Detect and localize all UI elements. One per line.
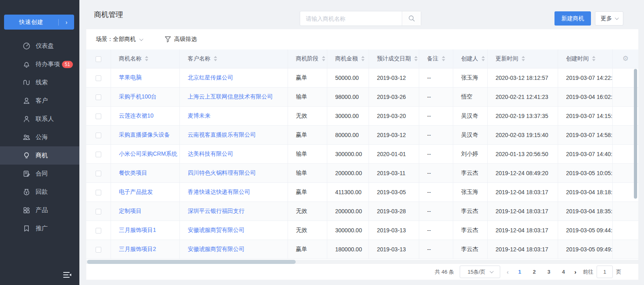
cell-note: -- [419,240,453,259]
sidebar-item-dashboard[interactable]: 仪表盘 [0,37,79,55]
sidebar-item-customers[interactable]: 客户 [0,92,79,110]
sidebar-item-label: 仪表盘 [36,42,54,50]
cell-amount: 300000.00 [327,144,369,163]
column-header-stage[interactable]: 商机阶段 [288,49,327,68]
top-actions: 新建商机 更多 [554,11,623,26]
opportunity-link[interactable]: 采购直播摄像头设备 [119,131,170,138]
row-checkbox[interactable] [96,133,101,138]
column-header-creator[interactable]: 创建人 [453,49,487,68]
column-header-amount[interactable]: 商机金额 [327,49,369,68]
app-window: 快速创建 › 仪表盘 待办事项 51 线索 [0,0,644,285]
customer-link[interactable]: 香港快速达快递有限公司 [188,189,250,195]
customer-link[interactable]: 安徽琥服商贸有限公司 [188,227,245,233]
sidebar-item-contracts[interactable]: 合同 [0,165,79,183]
page-number-2[interactable]: 2 [530,269,539,275]
opportunity-link[interactable]: 电子产品批发 [119,189,153,195]
row-checkbox[interactable] [96,190,101,195]
customer-link[interactable]: 北京红星传媒公司 [188,74,233,81]
customer-link[interactable]: 上海云上互联网信息技术有限公司 [188,93,273,100]
column-header-name[interactable]: 商机名称 [111,49,179,68]
opportunity-link[interactable]: 云莲连衣裙10 [119,112,154,119]
create-opportunity-button[interactable]: 新建商机 [554,11,591,26]
customer-link[interactable]: 云南视客直播娱乐有限公司 [188,131,256,138]
opportunity-link[interactable]: 餐饮类项目 [119,169,147,176]
cell-stage: 输单 [288,163,327,182]
gear-icon[interactable]: ⚙ [623,55,629,62]
opportunity-link[interactable]: 采购手机100台 [119,93,157,100]
opportunity-link[interactable]: 三月服饰项目2 [119,246,156,252]
sidebar-item-products[interactable]: 产品 [0,201,79,219]
select-all-checkbox[interactable] [96,56,101,62]
cell-created: 2019-03-04 18:35:07 [558,201,612,221]
next-page-icon[interactable]: › [574,268,577,275]
chevron-right-icon[interactable]: › [59,19,74,26]
cell-note: -- [419,182,453,201]
goto-page-input[interactable] [597,266,613,278]
row-checkbox[interactable] [96,247,101,253]
advanced-filter-button[interactable]: 高级筛选 [165,36,197,43]
more-button[interactable]: 更多 [595,11,623,26]
opportunity-link[interactable]: 苹果电脑 [119,74,142,81]
sort-icon[interactable] [214,56,217,61]
cell-creator: 吴汉奇 [453,106,487,125]
column-header-created[interactable]: 创建时间 [558,49,612,68]
cell-customer-name: 上海云上互联网信息技术有限公司 [179,87,288,106]
row-checkbox[interactable] [96,228,101,234]
customer-link[interactable]: 四川特色火锅料理有限公司 [188,169,256,176]
cell-opportunity-name: 小米公司采购CRM系统 [111,144,179,163]
row-checkbox[interactable] [96,209,101,214]
cell-customer-name: 麦博未来 [179,106,288,125]
sidebar-item-pool[interactable]: 公海 [0,128,79,146]
sort-icon[interactable] [482,56,485,61]
sidebar-item-promotion[interactable]: 推广 [0,219,79,238]
horizontal-scrollbar-thumb[interactable] [87,260,296,264]
table-row: 采购直播摄像头设备 云南视客直播娱乐有限公司 赢单 80000.00 2019-… [86,125,638,144]
row-checkbox[interactable] [96,75,101,81]
vertical-scrollbar[interactable] [634,69,637,199]
cell-updated: 2019-12-04 18:03:17 [487,182,558,201]
sidebar-item-todo[interactable]: 待办事项 51 [0,55,79,73]
sidebar-item-leads[interactable]: 线索 [0,73,79,92]
row-checkbox[interactable] [96,114,101,119]
sort-icon[interactable] [592,56,595,61]
sort-icon[interactable] [442,56,445,61]
column-header-updated[interactable]: 更新时间 [487,49,558,68]
search-input[interactable] [300,11,402,26]
cell-stage: 无效 [288,201,327,221]
customer-link[interactable]: 安徽琥服商贸有限公司 [188,246,245,252]
opportunity-link[interactable]: 三月服饰项目1 [119,227,156,233]
column-header-customer[interactable]: 客户名称 [179,49,288,68]
sidebar-collapse-icon[interactable] [63,271,72,279]
page-number-3[interactable]: 3 [544,269,553,275]
sort-icon[interactable] [414,56,418,61]
quick-create-button[interactable]: 快速创建 › [4,15,74,30]
cell-opportunity-name: 三月服饰项目1 [111,221,179,240]
row-checkbox[interactable] [96,94,101,100]
scene-select[interactable]: 场景：全部商机 [96,36,142,43]
opportunity-link[interactable]: 小米公司采购CRM系统 [119,150,177,157]
customer-link[interactable]: 麦博未来 [188,112,211,119]
cell-creator: 张玉海 [453,182,487,201]
sidebar-item-opportunities[interactable]: 商机 [0,146,79,165]
sort-icon[interactable] [322,56,325,61]
sidebar-item-payments[interactable]: 回款 [0,183,79,201]
column-header-note[interactable]: 备注 [419,49,453,68]
column-header-expected-date[interactable]: 预计成交日期 [369,49,419,68]
cell-note: -- [419,221,453,240]
row-select-cell [86,201,111,221]
sidebar-item-contacts[interactable]: 联系人 [0,110,79,128]
opportunity-link[interactable]: 定制项目 [119,208,142,214]
row-checkbox[interactable] [96,152,101,157]
customer-link[interactable]: 深圳平云银行福田支行 [188,208,245,214]
page-number-1[interactable]: 1 [515,269,524,275]
page-size-select[interactable]: 15条/页 [460,266,500,278]
search-button[interactable] [402,11,421,26]
page-number-4[interactable]: 4 [559,269,568,275]
cell-expected-date: 2019-03-05 [369,182,419,201]
sort-icon[interactable] [522,56,525,61]
prev-page-icon[interactable]: ‹ [506,268,510,275]
sort-icon[interactable] [361,56,365,61]
customer-link[interactable]: 达美科技有限公司 [188,150,233,157]
row-checkbox[interactable] [96,171,101,176]
sort-icon[interactable] [145,56,148,61]
